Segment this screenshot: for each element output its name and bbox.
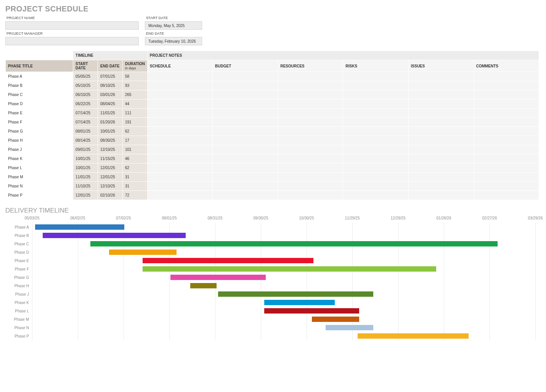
resources-cell[interactable] (278, 154, 343, 163)
resources-cell[interactable] (278, 163, 343, 173)
schedule-cell[interactable] (147, 154, 212, 163)
phase-title-cell[interactable]: Phase K (6, 154, 73, 163)
comments-cell[interactable] (474, 145, 539, 154)
schedule-cell[interactable] (147, 109, 212, 118)
phase-title-cell[interactable]: Phase A (6, 72, 73, 81)
issues-cell[interactable] (408, 191, 474, 200)
resources-cell[interactable] (278, 118, 343, 127)
schedule-cell[interactable] (147, 136, 212, 145)
risks-cell[interactable] (343, 191, 408, 200)
resources-cell[interactable] (278, 173, 343, 182)
start-date-cell[interactable]: 08/01/25 (73, 127, 98, 136)
project-name-field[interactable] (5, 21, 139, 30)
start-date-cell[interactable]: 09/01/25 (73, 145, 98, 154)
phase-title-cell[interactable]: Phase D (6, 99, 73, 109)
duration-cell[interactable]: 93 (122, 81, 147, 90)
comments-cell[interactable] (474, 127, 539, 136)
schedule-cell[interactable] (147, 99, 212, 109)
budget-cell[interactable] (213, 163, 278, 173)
risks-cell[interactable] (343, 163, 408, 173)
schedule-cell[interactable] (147, 127, 212, 136)
risks-cell[interactable] (343, 81, 408, 90)
risks-cell[interactable] (343, 118, 408, 127)
phase-title-cell[interactable]: Phase M (6, 173, 73, 182)
resources-cell[interactable] (278, 90, 343, 99)
budget-cell[interactable] (213, 81, 278, 90)
risks-cell[interactable] (343, 99, 408, 109)
end-date-cell[interactable]: 08/04/25 (98, 99, 123, 109)
resources-cell[interactable] (278, 72, 343, 81)
issues-cell[interactable] (408, 81, 474, 90)
resources-cell[interactable] (278, 127, 343, 136)
comments-cell[interactable] (474, 182, 539, 191)
start-date-cell[interactable]: 06/22/25 (73, 99, 98, 109)
end-date-cell[interactable]: 02/10/26 (98, 191, 123, 200)
duration-cell[interactable]: 101 (122, 145, 147, 154)
risks-cell[interactable] (343, 173, 408, 182)
end-date-cell[interactable]: 12/10/25 (98, 182, 123, 191)
end-date-cell[interactable]: 08/10/25 (98, 81, 123, 90)
start-date-cell[interactable]: 07/14/25 (73, 118, 98, 127)
issues-cell[interactable] (408, 99, 474, 109)
risks-cell[interactable] (343, 182, 408, 191)
issues-cell[interactable] (408, 154, 474, 163)
start-date-cell[interactable]: 07/14/25 (73, 109, 98, 118)
comments-cell[interactable] (474, 173, 539, 182)
duration-cell[interactable]: 46 (122, 154, 147, 163)
issues-cell[interactable] (408, 136, 474, 145)
phase-title-cell[interactable]: Phase L (6, 163, 73, 173)
start-date-cell[interactable]: 06/10/25 (73, 90, 98, 99)
end-date-cell[interactable]: 10/01/25 (98, 127, 123, 136)
budget-cell[interactable] (213, 173, 278, 182)
schedule-cell[interactable] (147, 81, 212, 90)
comments-cell[interactable] (474, 163, 539, 173)
comments-cell[interactable] (474, 154, 539, 163)
risks-cell[interactable] (343, 145, 408, 154)
start-date-cell[interactable]: 11/10/25 (73, 182, 98, 191)
duration-cell[interactable]: 44 (122, 99, 147, 109)
risks-cell[interactable] (343, 136, 408, 145)
schedule-cell[interactable] (147, 72, 212, 81)
resources-cell[interactable] (278, 99, 343, 109)
phase-title-cell[interactable]: Phase B (6, 81, 73, 90)
schedule-cell[interactable] (147, 118, 212, 127)
risks-cell[interactable] (343, 72, 408, 81)
resources-cell[interactable] (278, 81, 343, 90)
duration-cell[interactable]: 62 (122, 127, 147, 136)
resources-cell[interactable] (278, 182, 343, 191)
end-date-cell[interactable]: 12/10/25 (98, 145, 123, 154)
resources-cell[interactable] (278, 109, 343, 118)
schedule-cell[interactable] (147, 145, 212, 154)
end-date-cell[interactable]: 12/01/25 (98, 163, 123, 173)
risks-cell[interactable] (343, 127, 408, 136)
issues-cell[interactable] (408, 173, 474, 182)
schedule-cell[interactable] (147, 173, 212, 182)
risks-cell[interactable] (343, 109, 408, 118)
end-date-cell[interactable]: 11/01/25 (98, 109, 123, 118)
phase-title-cell[interactable]: Phase J (6, 145, 73, 154)
comments-cell[interactable] (474, 72, 539, 81)
budget-cell[interactable] (213, 127, 278, 136)
issues-cell[interactable] (408, 127, 474, 136)
schedule-cell[interactable] (147, 182, 212, 191)
comments-cell[interactable] (474, 118, 539, 127)
end-date-cell[interactable]: 03/01/26 (98, 90, 123, 99)
schedule-cell[interactable] (147, 90, 212, 99)
comments-cell[interactable] (474, 136, 539, 145)
issues-cell[interactable] (408, 163, 474, 173)
budget-cell[interactable] (213, 145, 278, 154)
project-manager-field[interactable] (5, 37, 139, 45)
duration-cell[interactable]: 191 (122, 118, 147, 127)
phase-title-cell[interactable]: Phase E (6, 109, 73, 118)
resources-cell[interactable] (278, 145, 343, 154)
end-date-cell[interactable]: 12/01/25 (98, 173, 123, 182)
end-date-cell[interactable]: 08/30/25 (98, 136, 123, 145)
start-date-cell[interactable]: 05/10/25 (73, 81, 98, 90)
resources-cell[interactable] (278, 191, 343, 200)
budget-cell[interactable] (213, 136, 278, 145)
issues-cell[interactable] (408, 72, 474, 81)
schedule-cell[interactable] (147, 163, 212, 173)
end-date-cell[interactable]: 07/01/25 (98, 72, 123, 81)
end-date-field[interactable]: Tuesday, February 10, 2026 (145, 37, 202, 45)
duration-cell[interactable]: 265 (122, 90, 147, 99)
